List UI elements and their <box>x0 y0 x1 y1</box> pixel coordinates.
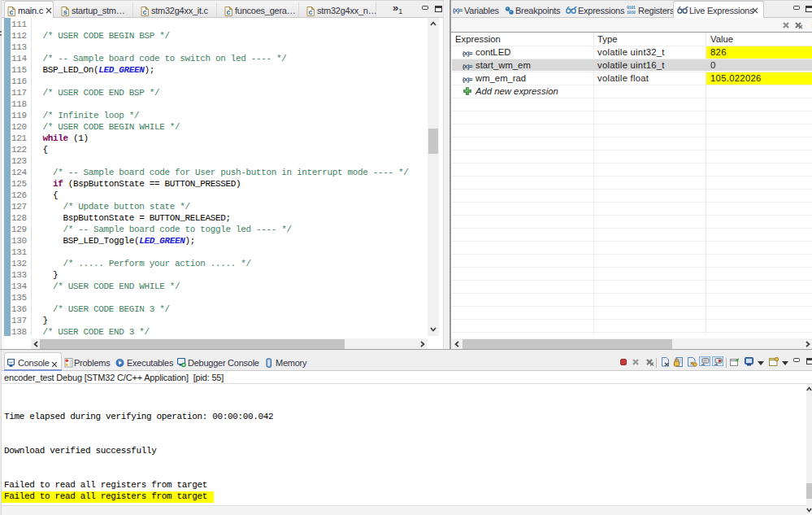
svg-text:c: c <box>10 8 14 16</box>
svg-text:c: c <box>143 8 147 16</box>
svg-text:c: c <box>227 8 231 16</box>
svg-text:(x)=: (x)= <box>453 7 463 14</box>
svg-text:(x)=: (x)= <box>462 63 473 70</box>
svg-text:1010: 1010 <box>627 11 636 14</box>
svg-text:s: s <box>63 8 67 16</box>
svg-text:(x)=: (x)= <box>462 50 473 57</box>
svg-text:(x)=: (x)= <box>462 76 473 83</box>
svg-text:c: c <box>309 8 313 16</box>
